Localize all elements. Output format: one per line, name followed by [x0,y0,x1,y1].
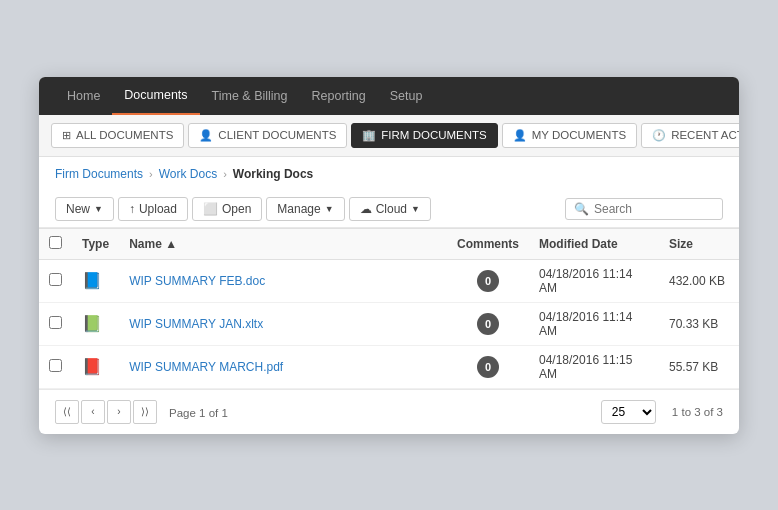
new-dropdown-arrow: ▼ [94,204,103,214]
page-first[interactable]: ⟨⟨ [55,400,79,424]
row-comments-cell: 0 [447,259,529,302]
col-header-type: Type [72,228,119,259]
search-input[interactable] [594,202,714,216]
breadcrumb-current: Working Docs [233,167,313,181]
row-size-cell: 432.00 KB [659,259,739,302]
records-info: 1 to 3 of 3 [672,406,723,418]
breadcrumb-firm-documents[interactable]: Firm Documents [55,167,143,181]
row-size-cell: 55.57 KB [659,345,739,388]
pagination: ⟨⟨ ‹ › ⟩⟩ Page 1 of 1 25 50 100 1 to 3 o… [39,389,739,434]
new-button[interactable]: New ▼ [55,197,114,221]
tab-my-documents[interactable]: 👤 MY DOCUMENTS [502,123,637,148]
open-icon: ⬜ [203,202,218,216]
file-link-2[interactable]: WIP SUMMARY MARCH.pdf [129,360,283,374]
col-header-size: Size [659,228,739,259]
all-docs-icon: ⊞ [62,129,71,142]
firm-docs-icon: 🏢 [362,129,376,142]
file-type-icon: 📗 [82,315,102,332]
row-type-cell: 📕 [72,345,119,388]
tab-bar: ⊞ ALL DOCUMENTS 👤 CLIENT DOCUMENTS 🏢 FIR… [39,115,739,157]
row-name-cell: WIP SUMMARY FEB.doc [119,259,447,302]
nav-documents[interactable]: Documents [112,77,199,115]
page-last[interactable]: ⟩⟩ [133,400,157,424]
col-header-date: Modified Date [529,228,659,259]
row-checkbox-cell [39,259,72,302]
breadcrumb-sep-2: › [223,168,227,180]
page-buttons: ⟨⟨ ‹ › ⟩⟩ [55,400,157,424]
row-name-cell: WIP SUMMARY MARCH.pdf [119,345,447,388]
search-icon: 🔍 [574,202,589,216]
breadcrumb-sep-1: › [149,168,153,180]
cloud-dropdown-arrow: ▼ [411,204,420,214]
my-docs-icon: 👤 [513,129,527,142]
row-checkbox-0[interactable] [49,273,62,286]
tab-recent-activity[interactable]: 🕐 RECENT ACTIVITY [641,123,739,148]
upload-button[interactable]: ↑ Upload [118,197,188,221]
row-date-cell: 04/18/2016 11:14 AM [529,302,659,345]
page-info: Page 1 of 1 [169,407,228,419]
tab-client-documents[interactable]: 👤 CLIENT DOCUMENTS [188,123,347,148]
row-type-cell: 📘 [72,259,119,302]
nav-bar: Home Documents Time & Billing Reporting … [39,77,739,115]
cloud-icon: ☁ [360,202,372,216]
toolbar: New ▼ ↑ Upload ⬜ Open Manage ▼ ☁ Cloud ▼… [39,191,739,228]
row-date-cell: 04/18/2016 11:14 AM [529,259,659,302]
file-table: Type Name ▲ Comments Modified Date Size … [39,228,739,389]
comment-badge-1: 0 [477,313,499,335]
manage-button[interactable]: Manage ▼ [266,197,344,221]
client-docs-icon: 👤 [199,129,213,142]
main-window: Home Documents Time & Billing Reporting … [39,77,739,434]
cloud-button[interactable]: ☁ Cloud ▼ [349,197,431,221]
nav-home[interactable]: Home [55,77,112,115]
file-link-1[interactable]: WIP SUMMARY JAN.xltx [129,317,263,331]
row-name-cell: WIP SUMMARY JAN.xltx [119,302,447,345]
select-all-checkbox[interactable] [49,236,62,249]
tab-firm-documents[interactable]: 🏢 FIRM DOCUMENTS [351,123,497,148]
open-button[interactable]: ⬜ Open [192,197,262,221]
page-next[interactable]: › [107,400,131,424]
row-checkbox-cell [39,302,72,345]
col-header-check [39,228,72,259]
col-header-name[interactable]: Name ▲ [119,228,447,259]
row-checkbox-1[interactable] [49,316,62,329]
manage-dropdown-arrow: ▼ [325,204,334,214]
tab-all-documents[interactable]: ⊞ ALL DOCUMENTS [51,123,184,148]
nav-time-billing[interactable]: Time & Billing [200,77,300,115]
page-size-select[interactable]: 25 50 100 [601,400,656,424]
comment-badge-2: 0 [477,356,499,378]
table-row: 📗 WIP SUMMARY JAN.xltx 0 04/18/2016 11:1… [39,302,739,345]
nav-setup[interactable]: Setup [378,77,435,115]
row-date-cell: 04/18/2016 11:15 AM [529,345,659,388]
file-type-icon: 📘 [82,272,102,289]
nav-reporting[interactable]: Reporting [300,77,378,115]
comment-badge-0: 0 [477,270,499,292]
row-checkbox-2[interactable] [49,359,62,372]
file-type-icon: 📕 [82,358,102,375]
breadcrumb-work-docs[interactable]: Work Docs [159,167,217,181]
row-checkbox-cell [39,345,72,388]
row-comments-cell: 0 [447,345,529,388]
page-prev[interactable]: ‹ [81,400,105,424]
recent-icon: 🕐 [652,129,666,142]
page-size-selector: 25 50 100 [601,400,656,424]
row-size-cell: 70.33 KB [659,302,739,345]
row-type-cell: 📗 [72,302,119,345]
col-header-comments: Comments [447,228,529,259]
table-row: 📘 WIP SUMMARY FEB.doc 0 04/18/2016 11:14… [39,259,739,302]
row-comments-cell: 0 [447,302,529,345]
upload-icon: ↑ [129,202,135,216]
table-row: 📕 WIP SUMMARY MARCH.pdf 0 04/18/2016 11:… [39,345,739,388]
search-box[interactable]: 🔍 [565,198,723,220]
breadcrumb: Firm Documents › Work Docs › Working Doc… [39,157,739,191]
file-link-0[interactable]: WIP SUMMARY FEB.doc [129,274,265,288]
